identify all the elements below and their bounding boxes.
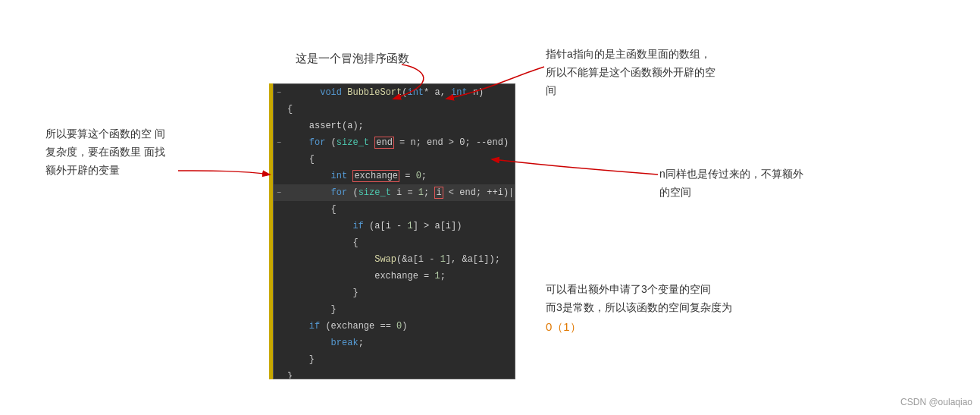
code-line-1: − void BubbleSort(int* a, int n) <box>274 84 515 101</box>
code-line-11: Swap(&a[i - 1], &a[i]); <box>274 251 515 268</box>
code-line-18: } <box>274 368 515 379</box>
code-line-10: { <box>274 234 515 251</box>
bottom-right-annotation: 可以看出额外申请了3个变量的空间而3是常数，所以该函数的空间复杂度为0（1） <box>546 281 732 336</box>
code-line-6: int exchange = 0; <box>274 168 515 184</box>
code-line-16: break; <box>274 335 515 351</box>
mid-right-annotation: n同样也是传过来的，不算额外的空间 <box>659 165 803 202</box>
code-line-7: − for (size_t i = 1; i < end; ++i)| <box>274 184 515 201</box>
left-annotation: 所以要算这个函数的空 间复杂度，要在函数里 面找额外开辟的变量 <box>45 125 174 179</box>
code-line-12: exchange = 1; <box>274 268 515 285</box>
code-line-5: { <box>274 151 515 168</box>
code-line-4: − for (size_t end = n; end > 0; --end) <box>274 134 515 151</box>
code-line-9: if (a[i - 1] > a[i]) <box>274 218 515 234</box>
code-line-15: if (exchange == 0) <box>274 318 515 335</box>
top-annotation: 这是一个冒泡排序函数 <box>296 49 409 68</box>
watermark: CSDN @oulaqiao <box>900 397 972 407</box>
highlight-i: i <box>434 187 443 199</box>
code-line-8: { <box>274 201 515 218</box>
code-line-14: } <box>274 301 515 318</box>
highlight-exchange: exchange <box>352 170 399 182</box>
code-line-17: } <box>274 351 515 368</box>
code-editor: − void BubbleSort(int* a, int n) { asser… <box>273 83 515 379</box>
top-right-annotation: 指针a指向的是主函数里面的数组，所以不能算是这个函数额外开辟的空间 <box>546 46 715 99</box>
highlight-end: end <box>374 137 394 149</box>
code-line-2: { <box>274 101 515 118</box>
code-line-3: assert(a); <box>274 118 515 134</box>
fold-icon: − <box>274 89 284 97</box>
code-line-13: } <box>274 285 515 301</box>
